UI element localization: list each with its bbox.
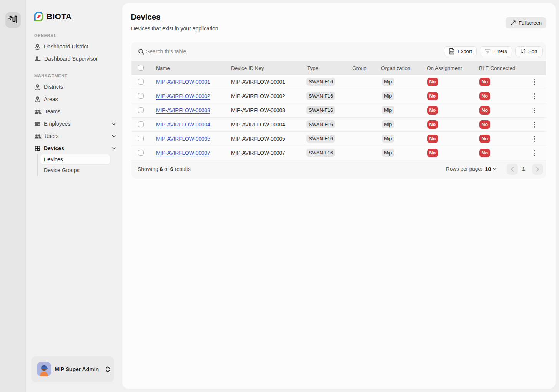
svg-text:CSV: CSV — [450, 51, 454, 53]
